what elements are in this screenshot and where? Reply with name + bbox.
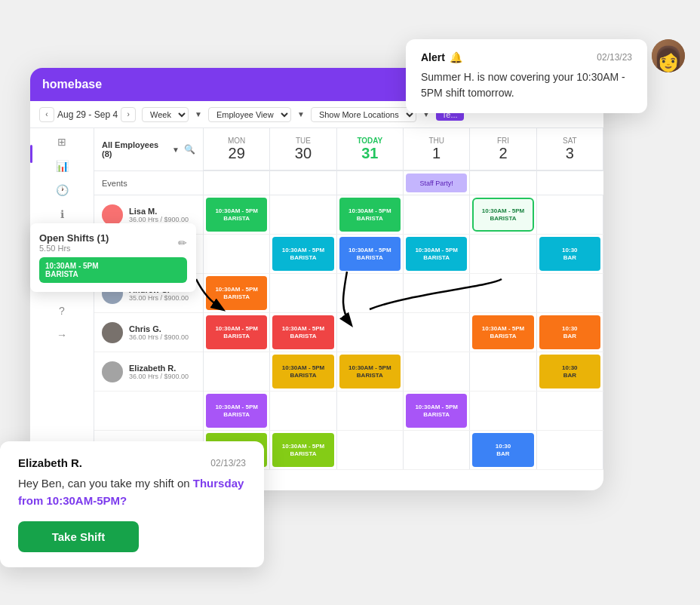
user-avatar-face: 👩 [653,46,683,72]
user-avatar[interactable]: 👩 [652,39,685,72]
user-avatar-image: 👩 [652,39,685,72]
open-shift-role: BARISTA [45,270,181,278]
shift-r6-mon[interactable]: 10:30AM - 5PMBARISTA [206,394,267,428]
all-employees-label: All Employees (8) [102,140,167,158]
day-header-sat: SAT 3 [537,128,603,170]
day-header-today: TODAY 31 [337,128,404,170]
cell-r7-fri: 10:30BAR [470,431,536,469]
clock-icon[interactable]: 🕐 [54,183,69,198]
grid-icon[interactable]: ⊞ [54,134,69,149]
shift-eliz-tue[interactable]: 10:30AM - 5PMBARISTA [272,355,333,388]
take-shift-button[interactable]: Take Shift [18,521,139,552]
date-range: Aug 29 - Sep 4 [57,109,118,120]
help-icon[interactable]: ? [54,303,69,318]
cell-ciara-sat: 10:30BAR [537,235,603,273]
cell-chris-thu [404,313,470,352]
employee-elizabeth: Elizabeth R. 36.00 Hrs / $900.00 [94,352,203,392]
shift-lisa-today[interactable]: 10:30AM - 5PMBARISTA [339,198,401,232]
message-sender: Elizabeth R. [18,456,82,469]
search-icon[interactable]: 🔍 [184,144,195,155]
open-shifts-hours: 5.50 Hrs [39,244,109,253]
grid-row-elizabeth: 10:30AM - 5PMBARISTA 10:30AM - 5PMBARIST… [204,352,603,392]
cell-ciara-tue: 10:30AM - 5PMBARISTA [270,235,336,273]
grid-row-lisa: 10:30AM - 5PMBARISTA 10:30AM - 5PMBARIST… [204,195,603,235]
shift-chris-tue[interactable]: 10:30AM - 5PMBARISTA [272,315,333,349]
shift-eliz-sat[interactable]: 10:30BAR [539,355,600,388]
day-header-thu: THU 1 [404,128,470,170]
cell-r7-thu [404,431,470,469]
info-icon[interactable]: ℹ [54,207,69,222]
cell-lisa-tue [270,195,336,234]
sidebar-accent [30,145,32,163]
shift-chris-fri[interactable]: 10:30AM - 5PMBARISTA [472,315,533,349]
shift-ciara-today[interactable]: 10:30AM - 5PMBARISTA [339,237,401,271]
bell-icon: 🔔 [450,51,462,63]
open-shift-time: 10:30AM - 5PM [45,262,181,270]
next-btn[interactable]: › [121,107,136,122]
prev-btn[interactable]: ‹ [39,107,54,122]
cell-chris-fri: 10:30AM - 5PMBARISTA [470,313,536,352]
alert-header: Alert 🔔 02/13/23 [421,51,632,63]
shift-lisa-fri-outline[interactable]: 10:30AM - 5PMBARISTA [472,198,533,232]
message-header: Elizabeth R. 02/13/23 [18,456,246,469]
cell-r7-tue: 10:30AM - 5PMBARISTA [270,431,336,469]
day-header-mon: MON 29 [204,128,270,170]
shift-chris-sat[interactable]: 10:30BAR [539,315,600,349]
shift-eliz-today[interactable]: 10:30AM - 5PMBARISTA [339,355,401,388]
avatar-lisa [102,204,123,226]
cell-r7-sat [537,431,603,469]
cell-andrew-sat [537,274,603,312]
alert-date: 02/13/23 [597,52,632,63]
edit-icon[interactable]: ✏ [178,237,187,249]
arrow-icon[interactable]: → [54,327,69,342]
shift-lisa-mon[interactable]: 10:30AM - 5PMBARISTA [206,198,267,232]
view-select[interactable]: Week [142,107,189,122]
open-shifts-panel: Open Shifts (1) 5.50 Hrs ✏ 10:30AM - 5PM… [30,223,196,292]
chart-icon[interactable]: 📊 [54,158,69,174]
shift-r7-tue[interactable]: 10:30AM - 5PMBARISTA [272,433,333,467]
cell-eliz-mon [204,352,270,391]
cell-lisa-thu [404,195,470,234]
cell-ciara-fri [470,235,536,273]
cell-lisa-mon: 10:30AM - 5PMBARISTA [204,195,270,234]
cell-eliz-tue: 10:30AM - 5PMBARISTA [270,352,336,391]
nav-controls: ‹ Aug 29 - Sep 4 › [39,107,136,122]
shift-r6-thu[interactable]: 10:30AM - 5PMBARISTA [406,394,467,428]
cell-r6-today [337,392,404,430]
employee-view-select[interactable]: Employee View [208,107,291,122]
shift-chris-mon[interactable]: 10:30AM - 5PMBARISTA [206,315,267,349]
cell-andrew-fri [470,274,536,312]
shift-ciara-sat[interactable]: 10:30BAR [539,237,600,271]
avatar-elizabeth [102,361,123,382]
cell-andrew-thu [404,274,470,312]
employee-chris: Chris G. 36.00 Hrs / $900.00 [94,313,203,352]
shift-ciara-tue[interactable]: 10:30AM - 5PMBARISTA [272,237,333,271]
open-shifts-header: Open Shifts (1) 5.50 Hrs ✏ [39,232,187,253]
cell-andrew-today [337,274,404,312]
cell-lisa-sat [537,195,603,234]
message-text: Hey Ben, can you take my shift on Thursd… [18,475,246,509]
cell-r6-mon: 10:30AM - 5PMBARISTA [204,392,270,430]
cell-ciara-mon [204,235,270,273]
sidebar: ⊞ 📊 🕐 ℹ 👤 ⚙ ? → [30,128,94,490]
cell-r7-today [337,431,404,469]
avatar-chris [102,322,123,343]
open-shift-block[interactable]: 10:30AM - 5PM BARISTA [39,257,187,283]
cell-andrew-mon: 10:30AM - 5PMBARISTA [204,274,270,312]
locations-select[interactable]: Show More Locations [311,107,416,122]
cell-eliz-fri [470,352,536,391]
grid-row-extra1: 10:30AM - 5PMBARISTA 10:30AM - 5PMBARIST… [204,392,603,431]
app-logo: homebase [42,78,102,91]
alert-card: Alert 🔔 02/13/23 Summer H. is now coveri… [406,39,647,113]
cell-chris-mon: 10:30AM - 5PMBARISTA [204,313,270,352]
shift-andrew-mon[interactable]: 10:30AM - 5PMBARISTA [206,276,267,310]
grid-row-ciara: 10:30AM - 5PMBARISTA 10:30AM - 5PMBARIST… [204,235,603,274]
shift-ciara-thu[interactable]: 10:30AM - 5PMBARISTA [406,237,467,271]
open-shifts-title: Open Shifts (1) [39,232,109,244]
shift-r7-fri[interactable]: 10:30BAR [472,433,533,467]
cell-chris-sat: 10:30BAR [537,313,603,352]
cell-r6-fri [470,392,536,430]
message-card: Elizabeth R. 02/13/23 Hey Ben, can you t… [0,441,264,567]
cell-ciara-thu: 10:30AM - 5PMBARISTA [404,235,470,273]
calendar-body: ⊞ 📊 🕐 ℹ 👤 ⚙ ? → All Employees (8) ▼ 🔍 [30,128,603,490]
